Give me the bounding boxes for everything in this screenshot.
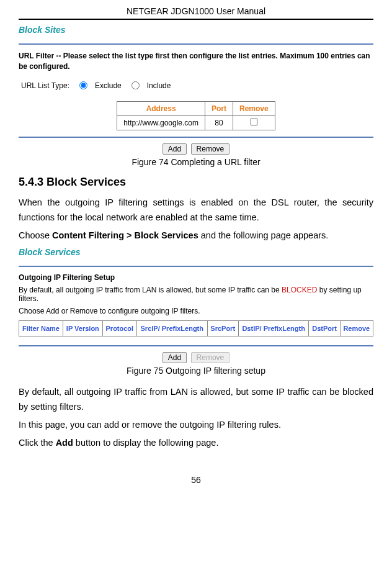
cell-address: http://www.google.com [117,115,205,130]
section-heading-543: 5.4.3 Block Services [19,176,373,189]
remove-button[interactable]: Remove [191,143,230,155]
radio-include-label: Include [147,81,171,90]
th-remove: Remove [340,320,373,336]
outgoing-ip-title: Outgoing IP Filtering Setup [19,273,373,282]
radio-exclude-label: Exclude [95,81,122,90]
cell-remove [233,115,275,130]
radio-exclude[interactable] [79,81,87,89]
figure-75-caption: Figure 75 Outgoing IP filtering setup [19,366,373,376]
blocked-text: BLOCKED [282,286,317,294]
th-remove: Remove [233,101,275,115]
para-after-1: By default, all outgoing IP traffic from… [19,384,373,415]
url-filter-instruction: URL Filter -- Please select the list typ… [19,51,373,73]
ip-filter-table: Filter Name IP Version Protocol SrcIP/ P… [19,320,373,336]
cell-port: 80 [205,115,233,130]
para3-bold: Add [56,438,73,448]
radio-include[interactable] [131,81,140,89]
th-port: Port [205,101,233,115]
figure-74-caption: Figure 74 Completing a URL filter [19,157,373,167]
table-row: http://www.google.com 80 [117,115,275,130]
th-dstport: DstPort [309,320,340,336]
desc-pre: By default, all outgoing IP traffic from… [19,286,282,294]
divider [19,137,373,138]
para-2-bold: Content Filtering > Block Services [52,230,198,240]
th-srcip: SrcIP/ PrefixLength [136,320,207,336]
th-ip-version: IP Version [63,320,102,336]
th-protocol: Protocol [102,320,136,336]
table-header-row: Address Port Remove [117,101,275,115]
remove-checkbox[interactable] [251,119,257,125]
th-srcport: SrcPort [207,320,238,336]
block-sites-title: Block Sites [19,25,373,35]
block-services-title: Block Services [19,247,373,257]
divider [19,43,373,45]
url-filter-table: Address Port Remove http://www.google.co… [117,101,275,130]
url-list-type-row: URL List Type: Exclude Include [21,81,373,90]
th-address: Address [117,101,205,115]
page-number: 56 [19,475,373,485]
choose-text: Choose Add or Remove to configure outgoi… [19,307,373,315]
add-button[interactable]: Add [163,143,187,155]
doc-header: NETGEAR JDGN1000 User Manual [19,6,373,20]
remove-button-disabled: Remove [191,352,230,363]
para-2: Choose Content Filtering > Block Service… [19,228,373,243]
para3-post: button to display the following page. [73,438,219,448]
add-button[interactable]: Add [163,352,187,363]
outgoing-ip-desc: By default, all outgoing IP traffic from… [19,286,373,303]
button-row: Add Remove [19,143,373,155]
table-header-row: Filter Name IP Version Protocol SrcIP/ P… [19,320,373,336]
th-filter-name: Filter Name [19,320,63,336]
para-after-3: Click the Add button to display the foll… [19,435,373,451]
divider [19,266,373,267]
th-dstip: DstIP/ PrefixLength [238,320,309,336]
para-1: When the outgoing IP filtering settings … [19,195,373,225]
para-after-2: In this page, you can add or remove the … [19,417,373,433]
para-2-post: and the following page appears. [198,230,329,240]
para-2-pre: Choose [19,230,52,240]
url-list-type-label: URL List Type: [21,81,69,90]
button-row: Add Remove [19,351,373,363]
para3-pre: Click the [19,438,56,448]
divider [19,345,373,346]
